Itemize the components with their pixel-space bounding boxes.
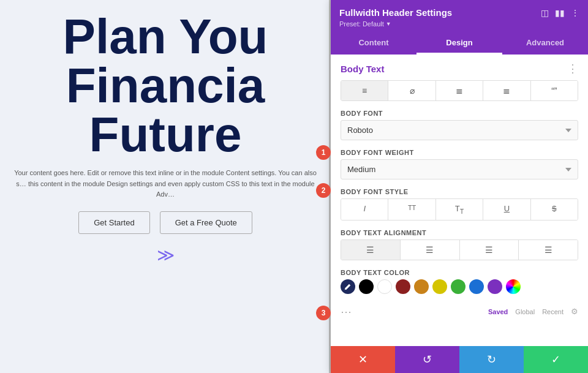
body-font-weight-label: Body Font Weight	[341, 149, 578, 156]
saved-label[interactable]: Saved	[488, 308, 508, 315]
align-justify-btn[interactable]: ☰	[519, 240, 578, 260]
color-swatches-row	[341, 279, 578, 294]
color-custom[interactable]	[506, 279, 521, 294]
color-black[interactable]	[359, 279, 374, 294]
body-font-select[interactable]: Roboto	[341, 120, 578, 140]
all-caps-btn[interactable]: TT	[388, 199, 435, 220]
font-style-row: I TT TT U $	[341, 198, 578, 220]
align-quote-btn[interactable]: “”	[531, 81, 578, 100]
page-subtitle: Your content goes here. Edit or remove t…	[6, 168, 325, 200]
settings-panel: Fullwidth Header Settings ◫ ▮▮ ⋮ Preset:…	[331, 0, 588, 373]
color-edit-button[interactable]	[341, 279, 355, 294]
tab-content[interactable]: Content	[331, 32, 417, 55]
body-text-color-group: Body Text Color	[341, 269, 578, 294]
body-text-alignment-group: Body Text Alignment ☰ ☰ ☰ ☰	[341, 229, 578, 260]
color-purple[interactable]	[488, 279, 502, 294]
panel-header-top: Fullwidth Header Settings ◫ ▮▮ ⋮	[339, 7, 579, 18]
preview-icon[interactable]: ◫	[541, 8, 549, 18]
color-white[interactable]	[377, 279, 392, 294]
panel-header-icons: ◫ ▮▮ ⋮	[541, 8, 579, 18]
color-blue[interactable]	[469, 279, 484, 294]
tab-advanced[interactable]: Advanced	[502, 32, 588, 55]
body-font-weight-group: Body Font Weight Medium	[341, 149, 578, 179]
gear-icon[interactable]: ⚙	[571, 307, 578, 316]
strikethrough-btn[interactable]: $	[531, 199, 578, 220]
global-label[interactable]: Global	[515, 308, 535, 315]
align-left-list-btn[interactable]: ≣	[436, 81, 483, 100]
badge-1: 1	[316, 145, 331, 160]
align-left-btn[interactable]: ☰	[341, 240, 401, 260]
color-orange[interactable]	[414, 279, 429, 294]
title-case-btn[interactable]: TT	[436, 199, 483, 220]
text-align-row: ☰ ☰ ☰ ☰	[341, 239, 578, 260]
align-right-btn[interactable]: ☰	[460, 240, 519, 260]
panel-body: Body Text ⋮ ≡ ⌀ ≣ ≣ “” Body Font Roboto …	[331, 55, 588, 346]
align-row: ≡ ⌀ ≣ ≣ “”	[341, 80, 578, 101]
badge-3: 3	[316, 306, 331, 320]
section-title: Body Text	[341, 64, 384, 74]
preset-arrow: ▼	[386, 21, 391, 27]
undo-button[interactable]: ↺	[395, 346, 459, 373]
three-dots-button[interactable]: ⋯	[341, 305, 352, 318]
color-yellow[interactable]	[432, 279, 447, 294]
cancel-button[interactable]: ✕	[331, 346, 395, 373]
saved-row: Saved Global Recent ⚙	[488, 307, 578, 316]
redo-button[interactable]: ↻	[459, 346, 524, 373]
color-green[interactable]	[451, 279, 466, 294]
italic-btn[interactable]: I	[341, 199, 388, 220]
body-font-weight-select[interactable]: Medium	[341, 159, 578, 179]
badge-2: 2	[316, 183, 331, 198]
section-more-button[interactable]: ⋮	[567, 63, 578, 74]
save-button[interactable]: ✓	[524, 346, 588, 373]
panel-header: Fullwidth Header Settings ◫ ▮▮ ⋮ Preset:…	[331, 0, 588, 32]
get-started-button[interactable]: Get Started	[78, 211, 149, 234]
align-center-text-btn[interactable]: ☰	[401, 240, 460, 260]
body-font-label: Body Font	[341, 110, 578, 117]
layout-icon[interactable]: ▮▮	[555, 8, 565, 18]
recent-label[interactable]: Recent	[542, 308, 564, 315]
dots-row: ⋯ Saved Global Recent ⚙	[341, 303, 578, 321]
scroll-arrow: ≫	[157, 245, 175, 265]
body-font-style-group: Body Font Style I TT TT U $	[341, 188, 578, 220]
more-icon[interactable]: ⋮	[571, 8, 579, 18]
body-text-color-label: Body Text Color	[341, 269, 578, 276]
color-dark-red[interactable]	[396, 279, 410, 294]
panel-preset[interactable]: Preset: Default ▼	[339, 20, 579, 28]
panel-title: Fullwidth Header Settings	[339, 7, 452, 18]
page-preview: Plan You Financia Future Your content go…	[0, 0, 331, 373]
underline-btn[interactable]: U	[483, 199, 530, 220]
panel-tabs: Content Design Advanced	[331, 32, 588, 55]
align-none-btn[interactable]: ⌀	[388, 81, 435, 100]
section-header: Body Text ⋮	[341, 63, 578, 74]
tab-design[interactable]: Design	[417, 32, 502, 55]
page-buttons: Get Started Get a Free Quote	[78, 211, 252, 234]
body-text-alignment-label: Body Text Alignment	[341, 229, 578, 236]
page-title: Plan You Financia Future	[57, 12, 274, 159]
panel-footer: ✕ ↺ ↻ ✓	[331, 346, 588, 373]
body-font-style-label: Body Font Style	[341, 188, 578, 195]
align-center-btn[interactable]: ≡	[341, 81, 388, 100]
align-right-list-btn[interactable]: ≣	[483, 81, 530, 100]
body-font-group: Body Font Roboto	[341, 110, 578, 140]
get-quote-button[interactable]: Get a Free Quote	[160, 211, 252, 234]
